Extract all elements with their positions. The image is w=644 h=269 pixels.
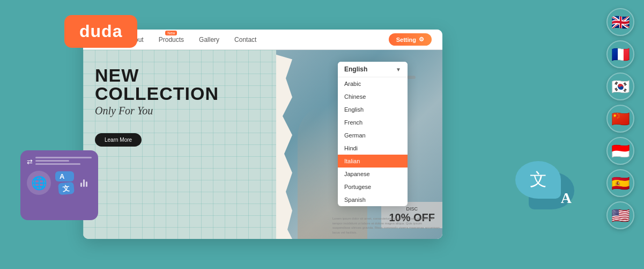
china-flag: 🇨🇳 bbox=[606, 105, 634, 133]
hero-text-block: NEW COLLECTION Only For You Learn More bbox=[95, 66, 219, 147]
flags-column: 🇬🇧 🇫🇷 🇰🇷 🇨🇳 🇮🇩 🇪🇸 🇺🇸 bbox=[606, 8, 634, 229]
dropdown-item-portugese[interactable]: Portugese bbox=[338, 180, 408, 193]
discount-label: DISC bbox=[389, 206, 435, 212]
hero-title: NEW COLLECTION bbox=[95, 66, 219, 103]
duda-logo-text: duda bbox=[79, 21, 122, 41]
hero-subtitle: Only For You bbox=[95, 105, 219, 117]
lorem-text: Lorem ipsum dolor sit amet, consectetura… bbox=[332, 216, 440, 235]
uk-flag: 🇬🇧 bbox=[606, 8, 634, 36]
widget-icons-row: 🌐 A 文 bbox=[27, 171, 92, 195]
right-translate-icon: 文 A bbox=[515, 161, 574, 209]
spain-flag: 🇪🇸 bbox=[606, 169, 634, 197]
sound-bar-3 bbox=[86, 181, 87, 187]
left-widget: ⇄ 🌐 A 文 bbox=[20, 150, 98, 220]
sound-bars bbox=[80, 179, 87, 187]
widget-lines bbox=[35, 157, 92, 166]
translate-a-icon: A bbox=[561, 190, 572, 207]
badge-a: A bbox=[55, 171, 74, 181]
france-flag: 🇫🇷 bbox=[606, 40, 634, 68]
learn-more-button[interactable]: Learn More bbox=[95, 133, 142, 147]
badge-zh: 文 bbox=[58, 182, 75, 195]
dropdown-selected-language: English bbox=[344, 66, 367, 73]
sound-bar-2 bbox=[83, 179, 85, 187]
dropdown-item-arabic[interactable]: Arabic bbox=[338, 77, 408, 90]
usa-flag: 🇺🇸 bbox=[606, 201, 634, 229]
globe-icon: 🌐 bbox=[27, 171, 51, 195]
dropdown-header[interactable]: English ▼ bbox=[338, 62, 408, 77]
widget-line-3 bbox=[35, 163, 80, 165]
dropdown-item-italian[interactable]: Italian bbox=[338, 155, 408, 168]
widget-line-2 bbox=[35, 160, 69, 162]
dropdown-arrow-icon: ▼ bbox=[396, 67, 401, 72]
language-dropdown[interactable]: English ▼ Arabic Chinese English French … bbox=[338, 62, 408, 206]
translate-bubble: 文 A bbox=[515, 161, 574, 209]
nav-contact[interactable]: Contact bbox=[234, 36, 256, 43]
widget-arrow-icon: ⇄ bbox=[27, 158, 33, 166]
setting-button[interactable]: Setting ⚙ bbox=[389, 33, 432, 46]
dropdown-item-spanish[interactable]: Spanish bbox=[338, 193, 408, 206]
dropdown-item-japanese[interactable]: Japanese bbox=[338, 168, 408, 180]
dropdown-item-hindi[interactable]: Hindi bbox=[338, 142, 408, 155]
korea-flag: 🇰🇷 bbox=[606, 72, 634, 100]
products-new-badge: New bbox=[165, 31, 177, 35]
gear-icon: ⚙ bbox=[419, 36, 424, 43]
nav-products[interactable]: New Products bbox=[159, 36, 184, 43]
duda-logo: duda bbox=[64, 15, 137, 48]
dropdown-item-english[interactable]: English bbox=[338, 103, 408, 116]
dropdown-item-german[interactable]: German bbox=[338, 129, 408, 142]
translate-zh-icon: 文 bbox=[530, 168, 547, 192]
bubble-front: 文 bbox=[515, 161, 561, 199]
widget-line-1 bbox=[35, 157, 92, 158]
sound-bar-1 bbox=[80, 183, 82, 187]
translate-badges: A 文 bbox=[55, 171, 74, 194]
nav-gallery[interactable]: Gallery bbox=[199, 36, 219, 43]
indonesia-flag: 🇮🇩 bbox=[606, 137, 634, 165]
widget-top-bar: ⇄ bbox=[27, 157, 92, 166]
dropdown-item-chinese[interactable]: Chinese bbox=[338, 90, 408, 103]
dropdown-item-french[interactable]: French bbox=[338, 116, 408, 129]
